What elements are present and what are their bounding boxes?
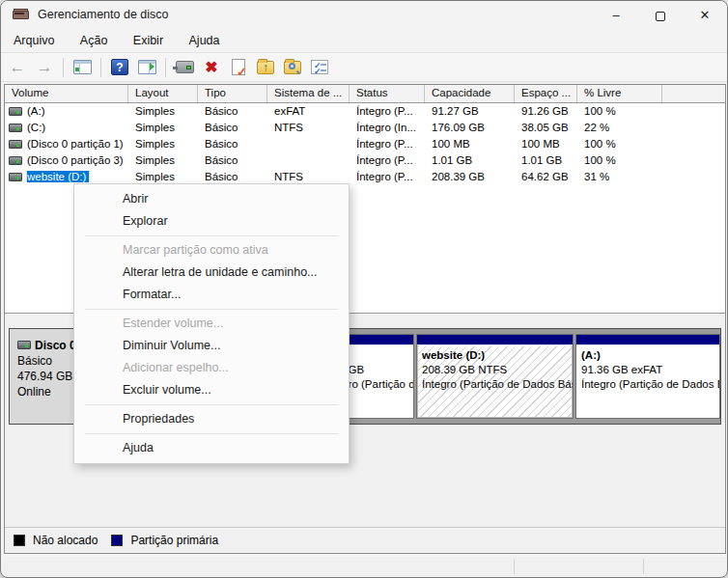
delete-icon[interactable]: ✖: [201, 57, 222, 78]
menu-item-abrir[interactable]: Abrir: [74, 188, 349, 210]
volume-icon: [9, 124, 22, 132]
menu-arquivo[interactable]: Arquivo: [3, 30, 65, 51]
menu-ajuda[interactable]: Ajuda: [179, 30, 231, 51]
table-row[interactable]: (Disco 0 partição 1) Simples Básico Ínte…: [5, 137, 725, 153]
toolbar: ← → ? ✖ ✓ ↑ ✓✓: [1, 53, 727, 82]
volume-icon: [9, 107, 22, 116]
volume-icon: [9, 156, 22, 165]
primary-partition-band: [417, 335, 573, 345]
volume-list-header: Volume Layout Tipo Sistema de ... Status…: [5, 85, 725, 103]
menu-acao[interactable]: Ação: [70, 30, 119, 51]
menu-item-alterar-letra[interactable]: Alterar letra de unidade e caminho...: [74, 261, 349, 284]
minimize-button[interactable]: –: [594, 1, 638, 30]
maximize-icon: [656, 12, 665, 21]
toolbar-separator: [100, 58, 101, 77]
menu-separator: [85, 433, 338, 434]
menu-separator: [85, 235, 338, 236]
menu-item-marcar-particao: Marcar partição como ativa: [74, 239, 349, 261]
column-header-espaco[interactable]: Espaço ...: [515, 85, 577, 102]
check-document-icon[interactable]: ✓: [228, 57, 249, 78]
table-row[interactable]: (C:) Simples Básico NTFS Íntegro (In... …: [5, 121, 725, 137]
column-header-tipo[interactable]: Tipo: [198, 85, 267, 102]
menu-separator: [85, 404, 338, 405]
column-header-status[interactable]: Status: [350, 85, 425, 102]
primary-partition-swatch: [111, 535, 123, 546]
menu-item-propriedades[interactable]: Propriedades: [74, 408, 349, 430]
back-icon[interactable]: ←: [7, 57, 28, 78]
legend-primary-label: Partição primária: [130, 534, 218, 547]
table-row[interactable]: (A:) Simples Básico exFAT Íntegro (P... …: [5, 104, 725, 121]
volume-icon: [9, 173, 22, 181]
title-bar[interactable]: Gerenciamento de disco – ✕: [1, 1, 727, 30]
task-list-icon[interactable]: ✓✓: [309, 57, 330, 78]
table-row[interactable]: (Disco 0 partição 3) Simples Básico Ínte…: [5, 153, 725, 170]
partition-website-d[interactable]: website (D:)208.39 GB NTFSÍntegro (Parti…: [416, 334, 574, 419]
menu-item-explorar[interactable]: Explorar: [74, 210, 349, 233]
menu-bar: Arquivo Ação Exibir Ajuda: [1, 30, 727, 53]
folder-up-icon[interactable]: ↑: [255, 57, 276, 78]
legend-bar: Não alocado Partição primária: [5, 527, 725, 553]
unallocated-swatch: [14, 535, 25, 546]
menu-item-estender-volume: Estender volume...: [74, 313, 349, 335]
scan-computer-icon[interactable]: [174, 57, 195, 78]
column-header-livre[interactable]: % Livre: [577, 85, 662, 102]
volume-icon: [9, 140, 22, 149]
maximize-button[interactable]: [638, 1, 683, 30]
action-pane-icon[interactable]: [136, 57, 157, 78]
disk-management-window: Gerenciamento de disco – ✕ Arquivo Ação …: [0, 0, 728, 578]
partition-a[interactable]: (A:)91.36 GB exFATÍntegro (Partição de D…: [575, 334, 720, 419]
disk-icon: [17, 341, 31, 349]
selected-volume-label: website (D:): [27, 171, 89, 182]
console-tree-icon[interactable]: [71, 57, 93, 78]
window-title: Gerenciamento de disco: [38, 8, 169, 21]
column-header-layout[interactable]: Layout: [128, 85, 198, 102]
primary-partition-band: [576, 335, 719, 345]
menu-exibir[interactable]: Exibir: [123, 30, 174, 51]
column-header-capacidade[interactable]: Capacidade: [425, 85, 515, 102]
folder-search-icon[interactable]: [282, 57, 303, 78]
column-header-empty[interactable]: [662, 85, 725, 102]
menu-separator: [85, 309, 338, 310]
legend-unallocated-label: Não alocado: [33, 534, 98, 547]
menu-item-formatar[interactable]: Formatar...: [74, 284, 349, 306]
menu-item-adicionar-espelho: Adicionar espelho...: [74, 357, 349, 379]
menu-item-excluir-volume[interactable]: Excluir volume...: [74, 379, 349, 401]
forward-icon[interactable]: →: [34, 57, 55, 78]
toolbar-separator: [63, 58, 64, 77]
app-disk-icon: [13, 9, 29, 21]
close-button[interactable]: ✕: [683, 1, 727, 30]
status-bar: [4, 557, 726, 576]
toolbar-separator: [165, 58, 166, 77]
column-header-sistema[interactable]: Sistema de ...: [267, 85, 350, 102]
context-menu: Abrir Explorar Marcar partição como ativ…: [73, 183, 350, 464]
column-header-volume[interactable]: Volume: [5, 85, 128, 102]
help-icon[interactable]: ?: [109, 57, 130, 78]
menu-item-diminuir-volume[interactable]: Diminuir Volume...: [74, 335, 349, 357]
menu-item-ajuda[interactable]: Ajuda: [74, 437, 349, 459]
